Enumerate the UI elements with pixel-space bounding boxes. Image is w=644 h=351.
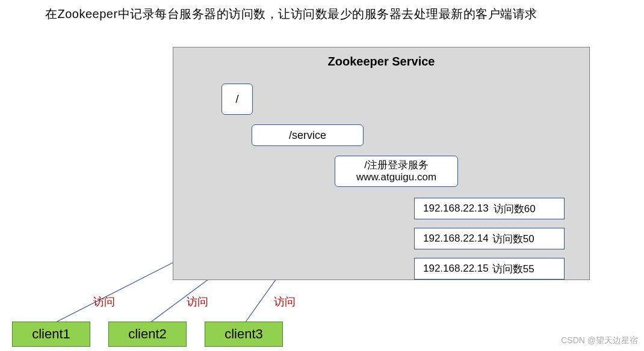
server-visits: 访问数55 bbox=[492, 262, 534, 276]
server-ip: 192.168.22.13 bbox=[423, 203, 489, 215]
znode-root-label: / bbox=[235, 93, 238, 106]
znode-register-line1: /注册登录服务 bbox=[364, 159, 429, 171]
server-visits: 访问数50 bbox=[492, 232, 534, 246]
server-ip: 192.168.22.14 bbox=[423, 233, 489, 245]
znode-register-line2: www.atguigu.com bbox=[356, 171, 436, 183]
znode-register: /注册登录服务 www.atguigu.com bbox=[335, 156, 458, 187]
server-visits: 访问数60 bbox=[494, 202, 536, 216]
panel-title: Zookeeper Service bbox=[173, 55, 589, 69]
client-box-3: client3 bbox=[205, 322, 283, 347]
znode-service: /service bbox=[252, 124, 364, 146]
access-label-3: 访问 bbox=[274, 295, 296, 309]
client-box-2: client2 bbox=[108, 322, 187, 347]
client-label: client2 bbox=[128, 326, 167, 342]
client-box-1: client1 bbox=[12, 322, 90, 347]
watermark: CSDN @望天边星宿 bbox=[561, 335, 638, 346]
diagram-caption: 在Zookeeper中记录每台服务器的访问数，让访问数最少的服务器去处理最新的客… bbox=[45, 6, 537, 22]
server-ip: 192.168.22.15 bbox=[423, 263, 489, 275]
access-label-2: 访问 bbox=[187, 295, 208, 309]
server-node-2: 192.168.22.14 访问数50 bbox=[414, 228, 565, 249]
client-label: client3 bbox=[224, 326, 263, 342]
server-node-1: 192.168.22.13 访问数60 bbox=[414, 198, 565, 219]
server-node-3: 192.168.22.15 访问数55 bbox=[414, 258, 565, 279]
zookeeper-service-panel: Zookeeper Service / /service /注册登录服务 www… bbox=[173, 47, 590, 280]
znode-root: / bbox=[221, 84, 253, 115]
znode-service-label: /service bbox=[289, 129, 326, 142]
client-label: client1 bbox=[32, 326, 70, 342]
access-label-1: 访问 bbox=[93, 295, 115, 309]
